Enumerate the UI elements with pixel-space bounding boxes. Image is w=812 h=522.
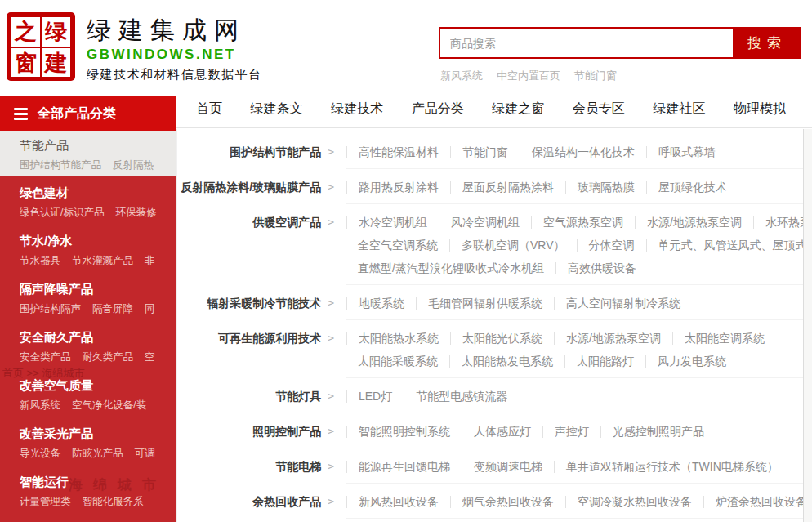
search-button[interactable]: 搜索 [733,27,801,59]
subcategory-link[interactable]: 水冷空调机组 [346,216,439,229]
sidebar-sub-link[interactable]: 环保装修 [115,206,156,220]
subcategory-link[interactable]: 路用热反射涂料 [346,181,450,194]
subcategory-link[interactable]: 风力发电系统 [645,355,738,368]
sidebar-sub-link[interactable]: 防眩光产品 [72,447,123,461]
subcategory-link[interactable]: 水环热泵空调 [753,216,803,229]
subcategory-link[interactable]: 水源/地源热泵空调 [554,332,672,345]
sidebar-category-item[interactable]: 节能产品围护结构节能产品反射隔热 [0,131,176,176]
subcategory-link[interactable]: 保温结构一体化技术 [520,146,646,158]
nav-item[interactable]: 绿建技术 [331,100,383,118]
subcategory-link[interactable]: 智能照明控制系统 [346,426,462,438]
category-title-link[interactable]: 反射隔热涂料/玻璃贴膜产品 [181,176,321,199]
subcategory-link[interactable]: LED灯 [346,390,404,403]
subcategory-link[interactable]: 空气源热泵空调 [531,216,635,229]
sidebar-sub-link[interactable]: 隔音屏障 [92,302,133,316]
all-categories-header[interactable]: 全部产品分类 [0,96,176,131]
sidebar-category-item[interactable]: 改善采光产品导光设备防眩光产品可调 [0,417,176,466]
category-title-link[interactable]: 供暖空调产品 [252,211,321,234]
sidebar-sub-link[interactable]: 智能化服务系 [83,495,144,509]
subcategory-link[interactable]: 太阳能空调系统 [672,332,776,345]
subcategory-link[interactable]: 新风热回收设备 [346,496,450,508]
subcategory-link[interactable]: 高大空间辐射制冷系统 [554,297,692,310]
search-input[interactable] [439,27,733,59]
subcategory-link[interactable]: 多联机空调（VRV） [449,239,577,252]
sidebar-sub-link[interactable]: 非 [145,254,155,268]
category-title-link[interactable]: 辐射采暖制冷节能技术 [207,292,321,315]
sidebar-sub-link[interactable]: 可调 [135,447,155,461]
sidebar-category-title[interactable]: 节能产品 [20,138,171,154]
sidebar-sub-link[interactable]: 反射隔热 [113,158,154,172]
category-title-link[interactable]: 照明控制产品 [252,420,321,443]
subcategory-link[interactable]: 单元式、风管送风式、屋顶式空调机组 [646,239,803,252]
subcategory-link[interactable]: 光感控制照明产品 [600,426,716,438]
sidebar-category-item[interactable]: 智能运行计量管理类智能化服务系 [0,466,176,514]
sidebar-sub-link[interactable]: 计量管理类 [20,495,71,509]
subcategory-link[interactable]: 高效供暖设备 [555,262,648,274]
subcategory-link[interactable]: 太阳能光伏系统 [450,332,554,345]
nav-item[interactable]: 产品分类 [412,100,464,118]
subcategory-link[interactable]: 高性能保温材料 [346,146,450,158]
subcategory-link[interactable]: 炉渣余热回收设备 [703,496,803,508]
nav-item[interactable]: 绿建社区 [653,100,705,118]
nav-item[interactable]: 绿建条文 [251,100,303,118]
subcategory-link[interactable]: 呼吸式幕墙 [646,146,727,158]
subcategory-link[interactable]: 分体空调 [577,239,646,252]
nav-item[interactable]: 会员专区 [573,100,625,118]
subcategory-link[interactable]: 风冷空调机组 [439,216,531,229]
category-title-link[interactable]: 节能灯具 [275,385,321,408]
subcategory-link[interactable]: 空调冷凝水热回收设备 [565,496,703,508]
subcategory-link[interactable]: 太阳能采暖系统 [346,355,449,368]
nav-item[interactable]: 物理模拟 [734,100,786,118]
category-title-link[interactable]: 可再生能源利用技术 [218,327,321,350]
sidebar-sub-link[interactable]: 空气净化设备/装 [72,399,146,413]
subcategory-link[interactable]: 太阳能热水系统 [346,332,450,345]
sidebar-sub-link[interactable]: 绿色认证/标识产品 [20,206,104,220]
subcategory-link[interactable]: 玻璃隔热膜 [565,181,646,194]
hot-search-link[interactable]: 节能门窗 [574,69,617,83]
sidebar-category-title[interactable]: 智能运行 [20,475,171,490]
nav-item[interactable]: 首页 [196,100,222,118]
sidebar-sub-link[interactable]: 围护结构节能产品 [20,158,101,172]
sidebar-sub-link[interactable]: 新风系统 [20,399,60,413]
sidebar-sub-link[interactable]: 围护结构隔声 [20,302,81,316]
subcategory-link[interactable]: 水源/地源热泵空调 [635,216,753,229]
sidebar-category-item[interactable]: 绿色建材绿色认证/标识产品环保装修 [0,176,176,225]
category-title-link[interactable]: 围护结构节能产品 [230,141,321,163]
sidebar-category-title[interactable]: 改善采光产品 [20,426,171,442]
sidebar-category-item[interactable]: 改善空气质量新风系统空气净化设备/装 [0,369,176,417]
subcategory-link[interactable]: 地暖系统 [346,297,416,310]
subcategory-link[interactable]: 直燃型/蒸汽型溴化锂吸收式冷水机组 [346,262,555,274]
sidebar-category-item[interactable]: 节水/净水节水器具节水灌溉产品非 [0,225,176,273]
category-title-link[interactable]: 余热回收产品 [252,490,321,513]
sidebar-category-title[interactable]: 节水/净水 [20,234,171,249]
sidebar-sub-link[interactable]: 空 [145,350,155,364]
sidebar-sub-link[interactable]: 节水器具 [20,254,60,268]
sidebar-category-title[interactable]: 改善空气质量 [20,378,171,394]
sidebar-sub-link[interactable]: 导光设备 [20,447,60,461]
sidebar-category-title[interactable]: 隔声降噪产品 [20,282,171,297]
subcategory-link[interactable]: 节能型电感镇流器 [404,390,519,403]
subcategory-link[interactable]: 毛细管网辐射供暖系统 [416,297,554,310]
sidebar-category-title[interactable]: 绿色建材 [20,185,171,201]
sidebar-sub-link[interactable]: 节水灌溉产品 [72,254,133,268]
subcategory-link[interactable]: 声控灯 [542,426,600,438]
subcategory-link[interactable]: 单井道双轿厢运行技术（TWIN电梯系统） [554,461,790,473]
sidebar-category-item[interactable]: 安全耐久产品安全类产品耐久类产品空 [0,321,176,369]
subcategory-link[interactable]: 能源再生回馈电梯 [346,461,462,473]
subcategory-link[interactable]: 太阳能路灯 [564,355,645,368]
subcategory-link[interactable]: 烟气余热回收设备 [450,496,565,508]
subcategory-link[interactable]: 全空气空调系统 [346,239,449,252]
sidebar-category-title[interactable]: 安全耐久产品 [20,330,171,346]
subcategory-link[interactable]: 变频调速电梯 [462,461,554,473]
sidebar-sub-link[interactable]: 耐久类产品 [83,350,134,364]
subcategory-link[interactable]: 人体感应灯 [462,426,542,438]
subcategory-link[interactable]: 太阳能热发电系统 [449,355,564,368]
sidebar-category-item[interactable]: 隔声降噪产品围护结构隔声隔音屏障同 [0,273,176,321]
subcategory-link[interactable]: 屋顶绿化技术 [646,181,738,194]
subcategory-link[interactable]: 屋面反射隔热涂料 [450,181,565,194]
sidebar-sub-link[interactable]: 安全类产品 [20,350,71,364]
site-logo[interactable]: 之绿窗建 绿建集成网 GBWINDOWS.NET 绿建技术和材料信息数据平台 [7,12,262,83]
hot-search-link[interactable]: 中空内置百页 [497,69,560,83]
category-title-link[interactable]: 节能电梯 [275,455,321,478]
sidebar-sub-link[interactable]: 同 [145,302,155,316]
